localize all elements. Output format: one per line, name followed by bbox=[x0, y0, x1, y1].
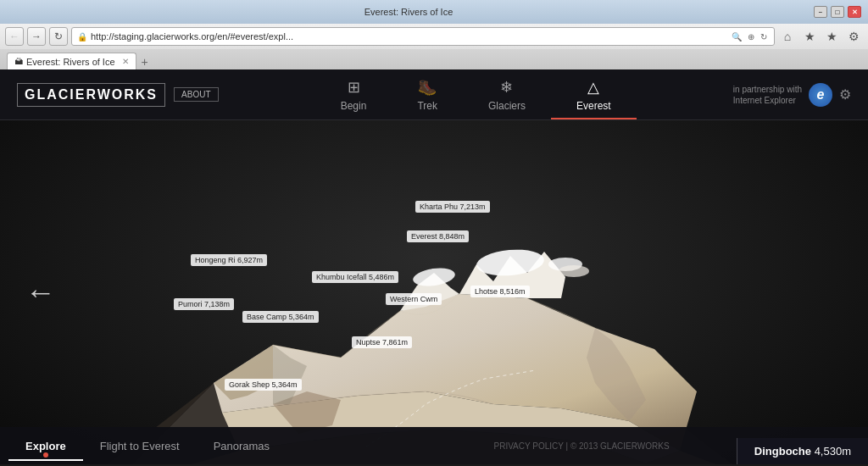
location-elevation: 4,530m bbox=[815, 445, 851, 458]
tools-button[interactable]: ⚙ bbox=[844, 27, 863, 46]
tab-favicon: 🏔 bbox=[14, 57, 23, 66]
everest-icon: △ bbox=[587, 78, 599, 97]
favorites-button[interactable]: ★ bbox=[800, 27, 819, 46]
nav-label-begin: Begin bbox=[341, 100, 367, 112]
tab-flight-to-everest[interactable]: Flight to Everest bbox=[83, 431, 197, 461]
refresh-addr-icon[interactable]: ↻ bbox=[759, 32, 769, 42]
bottom-bar: Explore Flight to Everest Panoramas PRIV… bbox=[0, 427, 868, 464]
partner-section: in partnership withInternet Explorer e ⚙ bbox=[733, 83, 851, 107]
nav-item-trek[interactable]: 🥾 Trek bbox=[392, 71, 463, 119]
tab-bar: 🏔 Everest: Rivers of Ice ✕ + bbox=[0, 49, 868, 69]
back-button[interactable]: ← bbox=[5, 27, 24, 46]
app-header: GLACIERWORKS ABOUT ⊞ Begin 🥾 Trek ❄ Glac… bbox=[0, 69, 868, 120]
svg-point-14 bbox=[559, 265, 589, 277]
nav-item-begin[interactable]: ⊞ Begin bbox=[315, 71, 392, 119]
compat-icon[interactable]: ⊕ bbox=[746, 32, 756, 42]
begin-icon: ⊞ bbox=[348, 78, 360, 97]
lock-icon: 🔒 bbox=[77, 32, 87, 42]
terrain-container: Kharta Phu 7,213m Everest 8,848m Hongeng… bbox=[0, 120, 868, 464]
browser-chrome: Everest: Rivers of Ice − □ ✕ ← → ↻ 🔒 htt… bbox=[0, 0, 868, 69]
search-icon[interactable]: 🔍 bbox=[730, 32, 743, 42]
star-button[interactable]: ★ bbox=[822, 27, 841, 46]
nav-item-glaciers[interactable]: ❄ Glaciers bbox=[463, 71, 551, 119]
home-button[interactable]: ⌂ bbox=[778, 27, 797, 46]
new-tab-button[interactable]: + bbox=[136, 54, 153, 69]
about-button[interactable]: ABOUT bbox=[174, 87, 218, 102]
footer-text: PRIVACY POLICY | © 2013 GLACIERWORKS bbox=[494, 441, 670, 451]
window-title: Everest: Rivers of Ice bbox=[7, 7, 810, 17]
nav-bar: ← → ↻ 🔒 http://staging.glacierworks.org/… bbox=[0, 24, 868, 49]
bottom-tabs: Explore Flight to Everest Panoramas bbox=[0, 431, 295, 461]
address-bar[interactable]: 🔒 http://staging.glacierworks.org/en/#ev… bbox=[71, 27, 775, 46]
nav-label-trek: Trek bbox=[417, 100, 437, 112]
ie-logo: e bbox=[809, 83, 832, 107]
location-name: Dingboche bbox=[754, 445, 811, 458]
back-arrow-button[interactable]: ← bbox=[25, 275, 56, 310]
forward-button[interactable]: → bbox=[27, 27, 46, 46]
explore-indicator bbox=[43, 452, 48, 458]
tab-close-button[interactable]: ✕ bbox=[122, 57, 129, 66]
nav-label-glaciers: Glaciers bbox=[488, 100, 526, 112]
app-container: GLACIERWORKS ABOUT ⊞ Begin 🥾 Trek ❄ Glac… bbox=[0, 69, 868, 464]
partner-text: in partnership withInternet Explorer bbox=[733, 84, 802, 106]
nav-label-everest: Everest bbox=[576, 100, 611, 112]
minimize-button[interactable]: − bbox=[814, 6, 827, 18]
address-text: http://staging.glacierworks.org/en/#ever… bbox=[91, 31, 726, 42]
address-actions: 🔍 ⊕ ↻ bbox=[730, 32, 769, 42]
close-button[interactable]: ✕ bbox=[848, 6, 861, 18]
location-badge: Dingboche 4,530m bbox=[737, 438, 868, 464]
tab-explore[interactable]: Explore bbox=[8, 431, 83, 461]
title-bar: Everest: Rivers of Ice − □ ✕ bbox=[0, 0, 868, 24]
active-tab[interactable]: 🏔 Everest: Rivers of Ice ✕ bbox=[7, 53, 136, 69]
terrain-svg bbox=[103, 163, 765, 464]
tab-label: Everest: Rivers of Ice bbox=[26, 57, 115, 67]
app-logo: GLACIERWORKS bbox=[17, 83, 165, 107]
tab-panoramas[interactable]: Panoramas bbox=[197, 431, 287, 461]
main-nav: ⊞ Begin 🥾 Trek ❄ Glaciers △ Everest bbox=[219, 71, 733, 119]
tools-icon[interactable]: ⚙ bbox=[839, 86, 851, 103]
nav-item-everest[interactable]: △ Everest bbox=[551, 71, 637, 119]
trek-icon: 🥾 bbox=[418, 78, 437, 97]
glaciers-icon: ❄ bbox=[500, 78, 513, 97]
maximize-button[interactable]: □ bbox=[831, 6, 844, 18]
refresh-button[interactable]: ↻ bbox=[49, 27, 68, 46]
